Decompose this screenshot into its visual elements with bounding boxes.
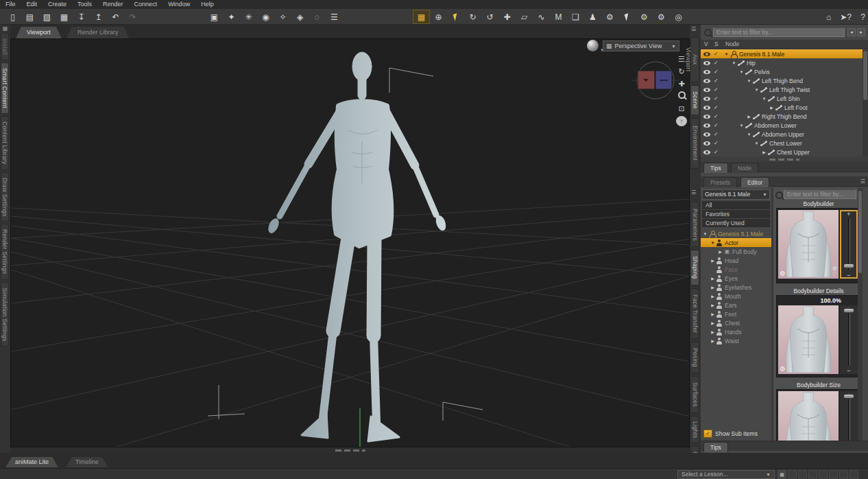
node-gear-tool-button[interactable]: ⚙	[601, 10, 618, 24]
shaping-scrollbar[interactable]	[858, 188, 863, 441]
lesson-nav-button-6[interactable]	[829, 470, 838, 479]
shaping-figure-selector[interactable]: Genesis 8.1 Male ▼	[702, 189, 770, 200]
new-file-button[interactable]: ▯	[4, 10, 21, 24]
slider-minus-button[interactable]: −	[840, 272, 858, 279]
scrollbar-thumb[interactable]	[863, 51, 867, 100]
lesson-nav-button-1[interactable]: ▦	[777, 470, 786, 479]
lesson-nav-button-2[interactable]	[788, 470, 797, 479]
expand-arrow-icon[interactable]: ▶	[710, 303, 716, 307]
whats-this-button[interactable]: ➤?	[837, 10, 854, 24]
expand-arrow-icon[interactable]: ▼	[761, 97, 767, 101]
lesson-dropdown[interactable]: Select a Lesson... ▼	[677, 470, 775, 479]
dock-tab-shaping[interactable]: Shaping	[690, 250, 699, 285]
tab-node[interactable]: Node	[731, 163, 758, 173]
tab-animate-lite[interactable]: aniMate Lite	[5, 457, 58, 467]
shaping-filter-favorites[interactable]: Favorites	[702, 210, 770, 218]
visibility-eye-icon[interactable]	[703, 115, 710, 119]
help-button[interactable]: ?	[854, 10, 868, 24]
expand-arrow-icon[interactable]: ▶	[710, 320, 716, 325]
visibility-eye-icon[interactable]	[703, 124, 710, 128]
tab-presets[interactable]: Presets	[703, 177, 737, 187]
translate-tool-button[interactable]: ✚	[498, 10, 516, 24]
viewport-pane-button[interactable]: ⊕	[430, 10, 447, 24]
menu-help[interactable]: Help	[195, 0, 219, 9]
expand-arrow-icon[interactable]: ▶	[717, 249, 723, 254]
pan-view-icon[interactable]: ✚	[676, 79, 687, 89]
import-button[interactable]: ↧	[73, 10, 90, 24]
gear-link-tool-button[interactable]: ⚙	[636, 10, 653, 24]
joint-editor-tool-button[interactable]: ∿	[533, 10, 550, 24]
gear-icon[interactable]: ⚙	[780, 270, 786, 277]
expand-arrow-icon[interactable]: ▼	[731, 61, 737, 65]
home-button[interactable]: ⌂	[820, 10, 837, 24]
drawstyle-sphere-button[interactable]	[587, 40, 599, 51]
expand-arrow-icon[interactable]: ▼	[723, 52, 730, 56]
visibility-eye-icon[interactable]	[703, 70, 710, 74]
tab-timeline[interactable]: Timeline	[66, 457, 108, 467]
sidebar-tab-smart-content[interactable]: Smart Content	[1, 62, 9, 114]
visibility-eye-icon[interactable]	[703, 106, 710, 110]
scene-node-right-thigh-bend[interactable]: ✓▶Right Thigh Bend	[701, 112, 863, 121]
expand-arrow-icon[interactable]: ▶	[710, 276, 716, 281]
scene-group-options-icon[interactable]: ☰	[691, 26, 696, 32]
scene-list-button[interactable]: ☰	[326, 10, 343, 24]
morph-thumbnail[interactable]: ⚙	[778, 391, 839, 441]
tab-editor[interactable]: Editor	[740, 177, 769, 187]
dock-tab-aux-viewport[interactable]: Aux Viewport	[690, 37, 699, 82]
menu-window[interactable]: Window	[162, 0, 195, 9]
render-camera-button[interactable]: ◎	[670, 10, 687, 24]
slider-minus-button[interactable]: −	[840, 367, 858, 374]
visibility-eye-icon[interactable]	[703, 132, 710, 137]
menu-connect[interactable]: Connect	[129, 0, 163, 9]
surface-selection-tool-button[interactable]: ❏	[567, 10, 584, 24]
dock-tab-posing[interactable]: Posing	[690, 342, 699, 373]
scene-node-pelvis[interactable]: ✓▼Pelvis	[701, 67, 863, 76]
zoom-view-icon[interactable]	[676, 91, 687, 102]
create-camera-button[interactable]: ▣	[206, 10, 223, 24]
shaping-node-head[interactable]: ▶Head	[701, 256, 771, 265]
create-point-light-button[interactable]: ✳	[240, 10, 257, 24]
slider-handle[interactable]	[843, 308, 854, 313]
morph-thumbnail[interactable]: ⚙⚙♡	[778, 210, 839, 279]
selectable-cursor-icon[interactable]: ✓	[714, 131, 722, 137]
viewport-bottom-splitter[interactable]	[10, 447, 690, 453]
scene-node-abdomen-upper[interactable]: ✓▼Abdomen Upper	[701, 130, 863, 139]
expand-arrow-icon[interactable]: ▶	[710, 258, 716, 263]
expand-arrow-icon[interactable]: ▶	[710, 294, 716, 299]
expand-arrow-icon[interactable]: ▼	[738, 124, 745, 128]
shaping-node-eyes[interactable]: ▶Eyes	[701, 274, 771, 283]
open-recent-button[interactable]: ▧	[38, 10, 56, 24]
menu-render[interactable]: Render	[97, 0, 129, 9]
scene-node-abdomen-lower[interactable]: ✓▼Abdomen Lower	[701, 121, 863, 130]
tab-viewport[interactable]: Viewport	[16, 27, 62, 38]
rotate-tool-button[interactable]: ↻	[464, 10, 481, 24]
expand-arrow-icon[interactable]: ▼	[754, 141, 760, 145]
scene-node-left-foot[interactable]: ✓▶Left Foot	[701, 103, 863, 112]
undo-button[interactable]: ↶	[107, 10, 124, 24]
pointer-settings-tool-button[interactable]	[618, 10, 636, 24]
scene-scrollbar[interactable]	[863, 49, 868, 156]
menu-edit[interactable]: Edit	[21, 0, 43, 9]
selectable-cursor-icon[interactable]: ✓	[714, 95, 722, 102]
slider-handle[interactable]	[843, 264, 854, 268]
visibility-eye-icon[interactable]	[703, 88, 710, 92]
selectable-cursor-icon[interactable]: ✓	[714, 122, 722, 128]
scene-node-left-thigh-bend[interactable]: ✓▼Left Thigh Bend	[701, 76, 863, 85]
shaping-node-full-body[interactable]: ▶▣Full Body	[701, 247, 771, 256]
slider-plus-button[interactable]: +	[840, 211, 858, 218]
expand-arrow-icon[interactable]: ▼	[746, 132, 752, 137]
create-spotlight-button[interactable]: ✧	[274, 10, 291, 24]
orbit-tool-button[interactable]: ↺	[481, 10, 498, 24]
selectable-cursor-icon[interactable]: ✓	[714, 78, 722, 84]
sidebar-tab-simulation-settings[interactable]: Simulation Settings	[1, 282, 9, 347]
scene-filter-input[interactable]	[713, 27, 845, 37]
expand-arrow-icon[interactable]: ▶	[710, 338, 716, 343]
dock-tab-scene[interactable]: Scene	[690, 85, 699, 115]
expand-arrow-icon[interactable]: ▶	[746, 114, 752, 119]
morph-slider[interactable]: +−	[840, 391, 858, 441]
scale-tool-button[interactable]: ▱	[516, 10, 533, 24]
visibility-eye-icon[interactable]	[703, 79, 710, 83]
visibility-eye-icon[interactable]	[703, 141, 710, 145]
create-null-button[interactable]: ◌	[309, 10, 326, 24]
params-group-options-icon[interactable]: ☰	[691, 189, 696, 196]
